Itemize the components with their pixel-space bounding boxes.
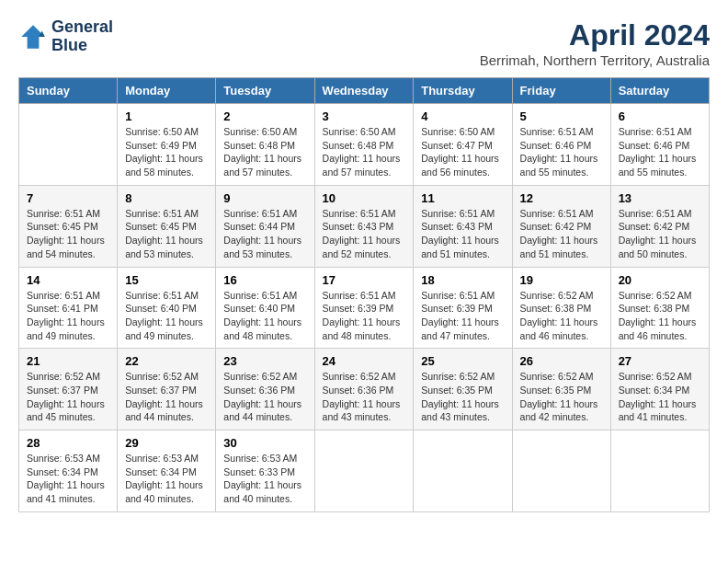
calendar-cell: 9Sunrise: 6:51 AM Sunset: 6:44 PM Daylig… <box>216 185 314 267</box>
day-number: 20 <box>619 273 701 287</box>
day-number: 7 <box>27 191 109 205</box>
day-number: 22 <box>125 354 208 368</box>
header-cell-thursday: Thursday <box>414 78 512 104</box>
calendar-row-1: 7Sunrise: 6:51 AM Sunset: 6:45 PM Daylig… <box>19 185 710 267</box>
day-number: 26 <box>520 354 603 368</box>
day-info: Sunrise: 6:52 AM Sunset: 6:38 PM Dayligh… <box>619 289 701 343</box>
calendar-cell: 3Sunrise: 6:50 AM Sunset: 6:48 PM Daylig… <box>314 104 414 186</box>
calendar-cell: 10Sunrise: 6:51 AM Sunset: 6:43 PM Dayli… <box>314 185 414 267</box>
day-number: 10 <box>323 191 406 205</box>
calendar-cell: 19Sunrise: 6:52 AM Sunset: 6:38 PM Dayli… <box>512 267 610 349</box>
calendar-cell: 6Sunrise: 6:51 AM Sunset: 6:46 PM Daylig… <box>610 104 709 186</box>
calendar-cell: 1Sunrise: 6:50 AM Sunset: 6:49 PM Daylig… <box>118 104 216 186</box>
calendar-cell: 12Sunrise: 6:51 AM Sunset: 6:42 PM Dayli… <box>512 185 610 267</box>
day-info: Sunrise: 6:52 AM Sunset: 6:36 PM Dayligh… <box>223 370 306 424</box>
day-number: 15 <box>125 273 208 287</box>
calendar-cell <box>314 431 414 512</box>
header-cell-monday: Monday <box>118 78 216 104</box>
calendar-cell: 5Sunrise: 6:51 AM Sunset: 6:46 PM Daylig… <box>512 104 610 186</box>
day-info: Sunrise: 6:51 AM Sunset: 6:46 PM Dayligh… <box>619 125 701 179</box>
day-info: Sunrise: 6:51 AM Sunset: 6:41 PM Dayligh… <box>27 289 109 343</box>
calendar-cell: 4Sunrise: 6:50 AM Sunset: 6:47 PM Daylig… <box>414 104 512 186</box>
day-info: Sunrise: 6:53 AM Sunset: 6:34 PM Dayligh… <box>27 452 109 506</box>
calendar-cell: 23Sunrise: 6:52 AM Sunset: 6:36 PM Dayli… <box>216 349 314 431</box>
calendar-cell: 28Sunrise: 6:53 AM Sunset: 6:34 PM Dayli… <box>19 431 118 512</box>
calendar-cell <box>610 431 709 512</box>
header-cell-friday: Friday <box>512 78 610 104</box>
day-number: 27 <box>619 354 701 368</box>
day-number: 29 <box>125 436 208 450</box>
day-number: 24 <box>323 354 406 368</box>
day-info: Sunrise: 6:51 AM Sunset: 6:43 PM Dayligh… <box>421 207 504 261</box>
calendar-cell: 15Sunrise: 6:51 AM Sunset: 6:40 PM Dayli… <box>118 267 216 349</box>
calendar-row-0: 1Sunrise: 6:50 AM Sunset: 6:49 PM Daylig… <box>19 104 710 186</box>
logo-line2: Blue <box>51 37 113 55</box>
day-info: Sunrise: 6:52 AM Sunset: 6:34 PM Dayligh… <box>619 370 701 424</box>
day-info: Sunrise: 6:51 AM Sunset: 6:44 PM Dayligh… <box>223 207 306 261</box>
calendar-row-4: 28Sunrise: 6:53 AM Sunset: 6:34 PM Dayli… <box>19 431 710 512</box>
day-number: 12 <box>520 191 603 205</box>
day-info: Sunrise: 6:51 AM Sunset: 6:42 PM Dayligh… <box>520 207 603 261</box>
calendar-cell: 17Sunrise: 6:51 AM Sunset: 6:39 PM Dayli… <box>314 267 414 349</box>
calendar-cell: 8Sunrise: 6:51 AM Sunset: 6:45 PM Daylig… <box>118 185 216 267</box>
calendar-cell: 24Sunrise: 6:52 AM Sunset: 6:36 PM Dayli… <box>314 349 414 431</box>
header-cell-saturday: Saturday <box>610 78 709 104</box>
calendar-cell <box>19 104 118 186</box>
day-info: Sunrise: 6:50 AM Sunset: 6:48 PM Dayligh… <box>223 125 306 179</box>
day-number: 11 <box>421 191 504 205</box>
calendar-cell: 26Sunrise: 6:52 AM Sunset: 6:35 PM Dayli… <box>512 349 610 431</box>
header-cell-wednesday: Wednesday <box>314 78 414 104</box>
calendar-row-3: 21Sunrise: 6:52 AM Sunset: 6:37 PM Dayli… <box>19 349 710 431</box>
calendar-cell <box>512 431 610 512</box>
day-info: Sunrise: 6:51 AM Sunset: 6:45 PM Dayligh… <box>125 207 208 261</box>
day-number: 3 <box>323 109 406 123</box>
month-title: April 2024 <box>480 18 710 52</box>
day-number: 17 <box>323 273 406 287</box>
title-block: April 2024 Berrimah, Northern Territory,… <box>480 18 710 68</box>
calendar-cell: 2Sunrise: 6:50 AM Sunset: 6:48 PM Daylig… <box>216 104 314 186</box>
calendar-header-row: SundayMondayTuesdayWednesdayThursdayFrid… <box>19 78 710 104</box>
day-info: Sunrise: 6:53 AM Sunset: 6:33 PM Dayligh… <box>223 452 306 506</box>
logo: General Blue <box>18 18 113 55</box>
day-number: 25 <box>421 354 504 368</box>
day-number: 18 <box>421 273 504 287</box>
calendar-cell: 30Sunrise: 6:53 AM Sunset: 6:33 PM Dayli… <box>216 431 314 512</box>
logo-text: General Blue <box>51 18 113 55</box>
calendar-cell: 22Sunrise: 6:52 AM Sunset: 6:37 PM Dayli… <box>118 349 216 431</box>
calendar-cell: 20Sunrise: 6:52 AM Sunset: 6:38 PM Dayli… <box>610 267 709 349</box>
calendar-cell: 13Sunrise: 6:51 AM Sunset: 6:42 PM Dayli… <box>610 185 709 267</box>
page-header: General Blue April 2024 Berrimah, Northe… <box>18 18 710 68</box>
day-info: Sunrise: 6:52 AM Sunset: 6:35 PM Dayligh… <box>421 370 504 424</box>
day-number: 21 <box>27 354 109 368</box>
day-number: 2 <box>223 109 306 123</box>
header-cell-sunday: Sunday <box>19 78 118 104</box>
day-info: Sunrise: 6:51 AM Sunset: 6:42 PM Dayligh… <box>619 207 701 261</box>
day-info: Sunrise: 6:50 AM Sunset: 6:48 PM Dayligh… <box>323 125 406 179</box>
day-number: 1 <box>125 109 208 123</box>
calendar-cell <box>414 431 512 512</box>
day-number: 28 <box>27 436 109 450</box>
day-number: 16 <box>223 273 306 287</box>
day-number: 23 <box>223 354 306 368</box>
calendar-cell: 29Sunrise: 6:53 AM Sunset: 6:34 PM Dayli… <box>118 431 216 512</box>
day-number: 9 <box>223 191 306 205</box>
calendar-table: SundayMondayTuesdayWednesdayThursdayFrid… <box>18 77 710 512</box>
day-number: 13 <box>619 191 701 205</box>
calendar-cell: 7Sunrise: 6:51 AM Sunset: 6:45 PM Daylig… <box>19 185 118 267</box>
day-info: Sunrise: 6:51 AM Sunset: 6:40 PM Dayligh… <box>125 289 208 343</box>
day-info: Sunrise: 6:52 AM Sunset: 6:35 PM Dayligh… <box>520 370 603 424</box>
location-title: Berrimah, Northern Territory, Australia <box>480 52 710 68</box>
calendar-cell: 18Sunrise: 6:51 AM Sunset: 6:39 PM Dayli… <box>414 267 512 349</box>
day-info: Sunrise: 6:51 AM Sunset: 6:45 PM Dayligh… <box>27 207 109 261</box>
day-number: 5 <box>520 109 603 123</box>
day-info: Sunrise: 6:51 AM Sunset: 6:43 PM Dayligh… <box>323 207 406 261</box>
calendar-cell: 25Sunrise: 6:52 AM Sunset: 6:35 PM Dayli… <box>414 349 512 431</box>
day-number: 19 <box>520 273 603 287</box>
day-info: Sunrise: 6:51 AM Sunset: 6:40 PM Dayligh… <box>223 289 306 343</box>
logo-line1: General <box>51 18 113 37</box>
calendar-cell: 16Sunrise: 6:51 AM Sunset: 6:40 PM Dayli… <box>216 267 314 349</box>
calendar-cell: 11Sunrise: 6:51 AM Sunset: 6:43 PM Dayli… <box>414 185 512 267</box>
day-info: Sunrise: 6:52 AM Sunset: 6:38 PM Dayligh… <box>520 289 603 343</box>
day-info: Sunrise: 6:51 AM Sunset: 6:39 PM Dayligh… <box>421 289 504 343</box>
day-number: 8 <box>125 191 208 205</box>
